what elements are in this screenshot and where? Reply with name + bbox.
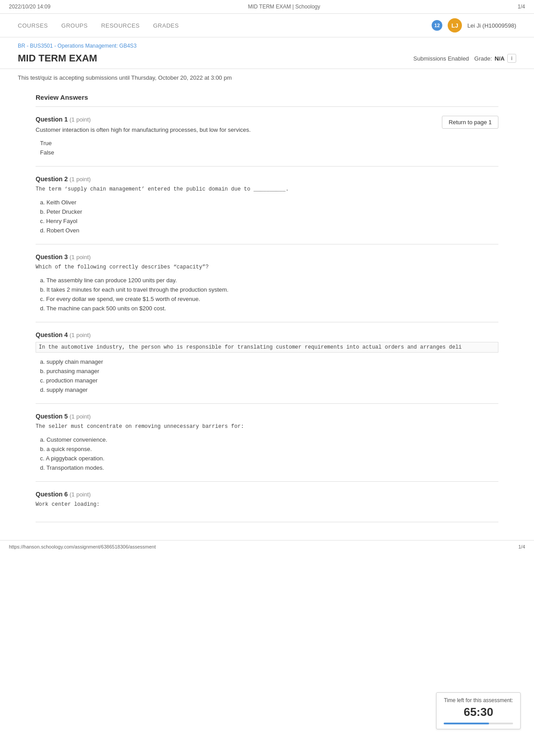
question-block-5: Question 5 (1 point)The seller must conc… bbox=[36, 404, 498, 482]
answer-option-q1-1[interactable]: True bbox=[40, 138, 498, 148]
notification-badge[interactable]: 12 bbox=[432, 20, 442, 31]
answer-option-q3-2[interactable]: b. It takes 2 minutes for each unit to t… bbox=[40, 285, 498, 294]
review-answers-heading: Review Answers bbox=[36, 86, 498, 107]
question-text-2: The term ‘supply chain management’ enter… bbox=[36, 186, 498, 192]
main-content: Review Answers Return to page 1Question … bbox=[0, 86, 534, 522]
breadcrumb-link[interactable]: BR - BUS3501 - Operations Management: GB… bbox=[18, 43, 137, 49]
answer-option-q2-3[interactable]: c. Henry Fayol bbox=[40, 216, 498, 226]
answer-option-q4-4[interactable]: d. supply manager bbox=[40, 385, 498, 394]
question-scrollable-text-4: In the automotive industry, the person w… bbox=[36, 342, 498, 353]
header-right: Submissions Enabled Grade: N/A i bbox=[413, 54, 516, 63]
nav-right: 12 LJ Lei Ji (H10009598) bbox=[432, 18, 516, 33]
answer-option-q5-1[interactable]: a. Customer convenience. bbox=[40, 435, 498, 444]
answer-option-q5-4[interactable]: d. Transportation modes. bbox=[40, 463, 498, 472]
question-text-6: Work center loading: bbox=[36, 501, 498, 508]
return-to-page-button[interactable]: Return to page 1 bbox=[442, 116, 498, 129]
question-block-1: Return to page 1Question 1 (1 point)Cust… bbox=[36, 107, 498, 167]
question-block-6: Question 6 (1 point)Work center loading: bbox=[36, 482, 498, 522]
page-header: MID TERM EXAM Submissions Enabled Grade:… bbox=[0, 51, 534, 69]
answer-option-q4-1[interactable]: a. supply chain manager bbox=[40, 357, 498, 366]
nav-grades[interactable]: GRADES bbox=[153, 22, 179, 29]
bottom-page: 1/4 bbox=[518, 544, 525, 549]
question-title-3: Question 3 (1 point) bbox=[36, 253, 498, 260]
page-title: MID TERM EXAM bbox=[18, 53, 97, 64]
breadcrumb: BR - BUS3501 - Operations Management: GB… bbox=[0, 37, 534, 51]
question-block-3: Question 3 (1 point)Which of the followi… bbox=[36, 244, 498, 322]
questions-container: Return to page 1Question 1 (1 point)Cust… bbox=[36, 107, 498, 522]
submissions-status: Submissions Enabled bbox=[413, 55, 469, 62]
grade-label: Grade: bbox=[474, 55, 492, 62]
question-title-1: Question 1 (1 point) bbox=[36, 116, 498, 123]
browser-page-title: MID TERM EXAM | Schoology bbox=[248, 4, 320, 10]
info-icon[interactable]: i bbox=[507, 54, 516, 63]
question-title-2: Question 2 (1 point) bbox=[36, 175, 498, 183]
top-bar: 2022/10/20 14:09 MID TERM EXAM | Schoolo… bbox=[0, 0, 534, 14]
question-block-4: Question 4 (1 point)In the automotive in… bbox=[36, 322, 498, 404]
grade-box: Grade: N/A i bbox=[474, 54, 516, 63]
grade-value: N/A bbox=[495, 55, 505, 62]
answer-option-q2-1[interactable]: a. Keith Oliver bbox=[40, 198, 498, 207]
answer-option-q2-4[interactable]: d. Robert Oven bbox=[40, 226, 498, 235]
answer-option-q3-3[interactable]: c. For every dollar we spend, we create … bbox=[40, 294, 498, 304]
question-title-6: Question 6 (1 point) bbox=[36, 491, 498, 498]
answer-option-q3-1[interactable]: a. The assembly line can produce 1200 un… bbox=[40, 276, 498, 285]
question-text-1: Customer interaction is often high for m… bbox=[36, 126, 498, 133]
bottom-bar: https://hanson.schoology.com/assignment/… bbox=[0, 540, 534, 553]
question-title-5: Question 5 (1 point) bbox=[36, 413, 498, 420]
question-block-2: Question 2 (1 point)The term ‘supply cha… bbox=[36, 167, 498, 244]
answer-option-q1-2[interactable]: False bbox=[40, 148, 498, 157]
answer-option-q4-2[interactable]: b. purchasing manager bbox=[40, 366, 498, 376]
main-nav: COURSES GROUPS RESOURCES GRADES 12 LJ Le… bbox=[0, 14, 534, 37]
browser-datetime: 2022/10/20 14:09 bbox=[9, 4, 50, 10]
answer-option-q3-4[interactable]: d. The machine can pack 500 units on $20… bbox=[40, 304, 498, 313]
question-title-4: Question 4 (1 point) bbox=[36, 331, 498, 338]
nav-courses[interactable]: COURSES bbox=[18, 22, 48, 29]
question-text-5: The seller must concentrate on removing … bbox=[36, 423, 498, 430]
question-text-3: Which of the following correctly describ… bbox=[36, 264, 498, 270]
nav-left: COURSES GROUPS RESOURCES GRADES bbox=[18, 22, 179, 29]
bottom-url: https://hanson.schoology.com/assignment/… bbox=[9, 544, 156, 549]
answer-option-q4-3[interactable]: c. production manager bbox=[40, 376, 498, 385]
avatar: LJ bbox=[448, 18, 462, 33]
page-indicator: 1/4 bbox=[518, 4, 525, 10]
answer-option-q5-3[interactable]: c. A piggyback operation. bbox=[40, 454, 498, 463]
submission-notice: This test/quiz is accepting submissions … bbox=[0, 69, 534, 86]
user-name: Lei Ji (H10009598) bbox=[467, 22, 516, 29]
nav-resources[interactable]: RESOURCES bbox=[101, 22, 140, 29]
answer-option-q2-2[interactable]: b. Peter Drucker bbox=[40, 207, 498, 216]
nav-groups[interactable]: GROUPS bbox=[61, 22, 88, 29]
answer-option-q5-2[interactable]: b. a quick response. bbox=[40, 444, 498, 454]
